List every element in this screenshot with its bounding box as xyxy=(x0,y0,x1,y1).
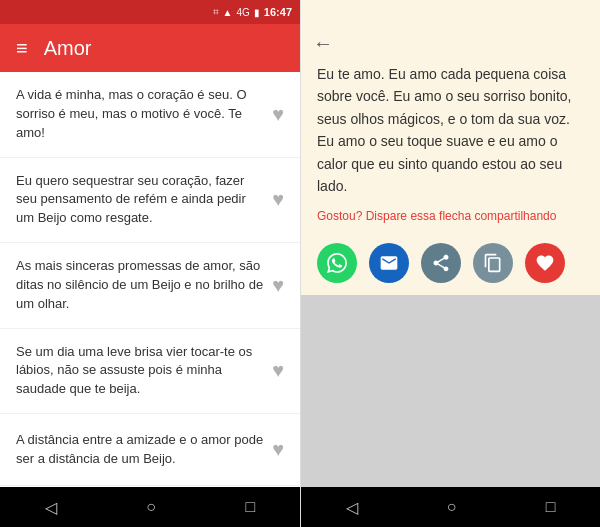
recent-nav-icon-left[interactable]: □ xyxy=(246,498,256,516)
general-share-button[interactable] xyxy=(421,243,461,283)
back-nav-icon-right[interactable]: ◁ xyxy=(346,498,358,517)
time-display: 16:47 xyxy=(264,6,292,18)
favorite-icon-3[interactable]: ♥ xyxy=(272,274,284,297)
left-panel: ⌗ ▲ 4G ▮ 16:47 ≡ Amor A vida é minha, ma… xyxy=(0,0,300,527)
whatsapp-share-button[interactable] xyxy=(317,243,357,283)
back-nav-icon-left[interactable]: ◁ xyxy=(45,498,57,517)
back-button-row: ← xyxy=(301,24,600,59)
favorite-icon-2[interactable]: ♥ xyxy=(272,188,284,211)
nav-bar-right: ◁ ○ □ xyxy=(301,487,600,527)
4g-icon: 4G xyxy=(237,7,250,18)
home-nav-icon-left[interactable]: ○ xyxy=(146,498,156,516)
list-item[interactable]: Se um dia uma leve brisa vier tocar-te o… xyxy=(0,329,300,415)
quote-text-5: A distância entre a amizade e o amor pod… xyxy=(16,431,272,469)
back-button[interactable]: ← xyxy=(313,32,333,55)
recent-nav-icon-right[interactable]: □ xyxy=(546,498,556,516)
bluetooth-icon: ⌗ xyxy=(213,6,219,18)
quote-text-1: A vida é minha, mas o coração é seu. O s… xyxy=(16,86,272,143)
status-bar-left: ⌗ ▲ 4G ▮ 16:47 xyxy=(0,0,300,24)
favorite-icon-5[interactable]: ♥ xyxy=(272,438,284,461)
quote-text-4: Se um dia uma leve brisa vier tocar-te o… xyxy=(16,343,272,400)
right-panel: ← Eu te amo. Eu amo cada pequena coisa s… xyxy=(300,0,600,527)
favorite-icon-4[interactable]: ♥ xyxy=(272,359,284,382)
signal-icon: ▲ xyxy=(223,7,233,18)
app-title: Amor xyxy=(44,37,92,60)
toolbar: ≡ Amor xyxy=(0,24,300,72)
status-bar-right xyxy=(301,0,600,24)
share-prompt: Gostou? Dispare essa flecha compartilhan… xyxy=(301,205,600,235)
gray-content-area xyxy=(301,295,600,487)
list-item[interactable]: As mais sinceras promessas de amor, são … xyxy=(0,243,300,329)
list-item[interactable]: Eu quero sequestrar seu coração, fazer s… xyxy=(0,158,300,244)
detail-quote-text: Eu te amo. Eu amo cada pequena coisa sob… xyxy=(301,59,600,205)
status-icons: ⌗ ▲ 4G ▮ 16:47 xyxy=(213,6,292,18)
action-buttons-row xyxy=(301,235,600,295)
quote-text-2: Eu quero sequestrar seu coração, fazer s… xyxy=(16,172,272,229)
list-item[interactable]: A vida é minha, mas o coração é seu. O s… xyxy=(0,72,300,158)
home-nav-icon-right[interactable]: ○ xyxy=(447,498,457,516)
list-item[interactable]: A distância entre a amizade e o amor pod… xyxy=(0,414,300,486)
copy-button[interactable] xyxy=(473,243,513,283)
quotes-list: A vida é minha, mas o coração é seu. O s… xyxy=(0,72,300,487)
quote-text-3: As mais sinceras promessas de amor, são … xyxy=(16,257,272,314)
battery-icon: ▮ xyxy=(254,7,260,18)
nav-bar-left: ◁ ○ □ xyxy=(0,487,300,527)
menu-button[interactable]: ≡ xyxy=(16,37,28,60)
email-share-button[interactable] xyxy=(369,243,409,283)
favorite-icon-1[interactable]: ♥ xyxy=(272,103,284,126)
favorite-detail-button[interactable] xyxy=(525,243,565,283)
